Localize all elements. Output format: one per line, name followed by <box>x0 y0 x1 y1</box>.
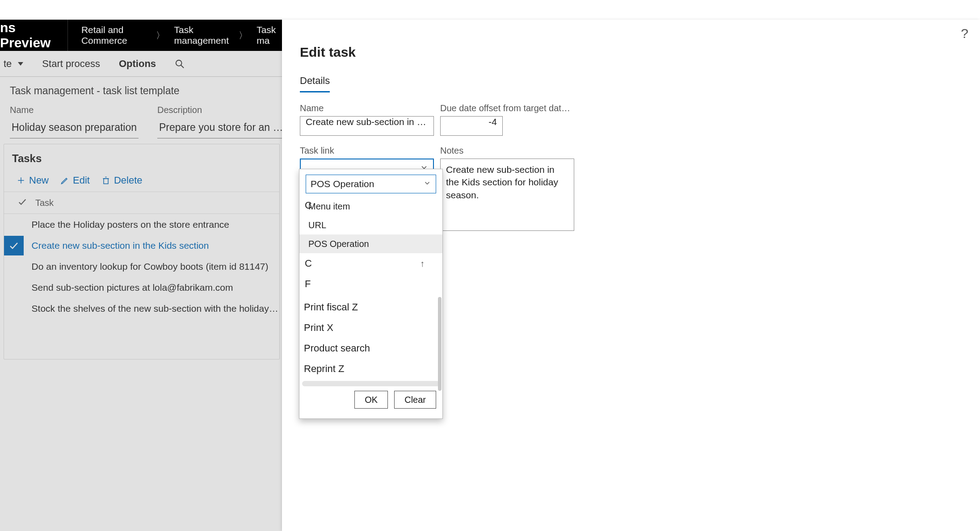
check-icon <box>17 197 27 209</box>
operation-option[interactable]: Print X <box>299 318 442 338</box>
chevron-right-icon: 〉 <box>239 29 248 42</box>
link-type-option[interactable]: URL <box>299 216 442 234</box>
svg-point-0 <box>176 60 182 66</box>
delete-button[interactable]: Delete <box>101 175 143 186</box>
horizontal-scrollbar[interactable] <box>302 381 440 386</box>
chevron-right-icon: 〉 <box>156 29 165 42</box>
name-label: Name <box>10 105 139 115</box>
row-selected-indicator <box>4 236 24 255</box>
description-field[interactable]: Prepare you store for an upcom… <box>157 119 287 138</box>
search-icon[interactable] <box>171 56 188 71</box>
task-text: Send sub-section pictures at lola@fabrik… <box>32 282 279 293</box>
breadcrumb: Retail and Commerce 〉 Task management 〉 … <box>69 25 282 46</box>
task-text: Stock the shelves of the new sub-section… <box>32 303 279 314</box>
row-peek: C <box>305 200 312 211</box>
top-nav-bar: ns Preview Retail and Commerce 〉 Task ma… <box>0 20 282 51</box>
operation-list: C F ↑ Print fiscal ZPrint XProduct searc… <box>299 256 442 418</box>
action-item-truncated[interactable]: te <box>0 55 27 72</box>
action-bar: te Start process Options <box>0 51 282 77</box>
scrollbar[interactable] <box>438 297 442 391</box>
task-row[interactable]: Send sub-section pictures at lola@fabrik… <box>4 277 279 298</box>
task-column-header[interactable]: Task <box>4 192 279 214</box>
options-button[interactable]: Options <box>115 55 160 72</box>
task-row[interactable]: Create new sub-section in the Kids secti… <box>4 235 279 256</box>
task-text: Create new sub-section in the Kids secti… <box>32 240 279 251</box>
sort-asc-icon[interactable]: ↑ <box>420 259 425 269</box>
operation-option[interactable]: Print fiscal Z <box>299 297 442 318</box>
tasks-card: Tasks New Edit Delete Task Place the Hol… <box>4 144 280 360</box>
task-text: Do an inventory lookup for Cowboy boots … <box>32 261 279 272</box>
task-row[interactable]: Stock the shelves of the new sub-section… <box>4 298 279 319</box>
notes-textarea[interactable]: Create new sub-section in the Kids secti… <box>440 159 574 231</box>
page-header: Task management - task list template Nam… <box>0 77 282 143</box>
name-label: Name <box>300 103 434 113</box>
link-type-select[interactable]: POS Operation <box>306 175 436 193</box>
plus-icon <box>17 176 25 185</box>
help-icon[interactable]: ? <box>961 26 968 41</box>
clear-button[interactable]: Clear <box>394 391 436 409</box>
tab-details[interactable]: Details <box>300 75 330 92</box>
svg-rect-4 <box>104 179 108 184</box>
task-column-label: Task <box>35 198 54 208</box>
link-type-value: POS Operation <box>311 179 374 189</box>
tasks-toolbar: New Edit Delete <box>4 175 279 192</box>
edit-button[interactable]: Edit <box>60 175 90 186</box>
row-peek: C <box>305 258 312 269</box>
link-type-option[interactable]: POS Operation <box>299 234 442 253</box>
task-row[interactable]: Place the Holiday posters on the store e… <box>4 214 279 235</box>
operation-option[interactable]: Product search <box>299 338 442 359</box>
row-peek: F <box>305 278 311 290</box>
start-process-button[interactable]: Start process <box>38 55 104 72</box>
new-button[interactable]: New <box>17 175 49 186</box>
page-title: Task management - task list template <box>10 85 272 97</box>
notes-label: Notes <box>440 146 574 156</box>
svg-line-1 <box>181 65 184 67</box>
due-offset-input[interactable]: -4 <box>440 116 503 136</box>
task-name-input[interactable]: Create new sub-section in the K… <box>300 116 434 136</box>
tasks-card-title: Tasks <box>4 144 279 175</box>
trash-icon <box>101 176 110 185</box>
chevron-down-icon <box>423 179 431 189</box>
task-text: Place the Holiday posters on the store e… <box>32 219 279 230</box>
breadcrumb-item[interactable]: Task management <box>174 25 230 46</box>
name-field[interactable]: Holiday season preparation <box>10 119 139 138</box>
task-link-label: Task link <box>300 146 434 156</box>
link-type-option[interactable]: Menu item <box>299 197 442 216</box>
app-title-fragment: ns Preview <box>0 20 68 51</box>
ok-button[interactable]: OK <box>354 391 388 409</box>
breadcrumb-item[interactable]: Retail and Commerce <box>81 25 147 46</box>
due-offset-label: Due date offset from target date (+/- … <box>440 103 574 113</box>
panel-title: Edit task <box>300 45 980 60</box>
pencil-icon <box>60 176 69 185</box>
breadcrumb-item[interactable]: Task ma <box>257 25 282 46</box>
operation-option[interactable]: Reprint Z <box>299 359 442 379</box>
task-link-popup: POS Operation C Menu itemURLPOS Operatio… <box>299 169 443 419</box>
task-row[interactable]: Do an inventory lookup for Cowboy boots … <box>4 256 279 277</box>
description-label: Description <box>157 105 287 115</box>
